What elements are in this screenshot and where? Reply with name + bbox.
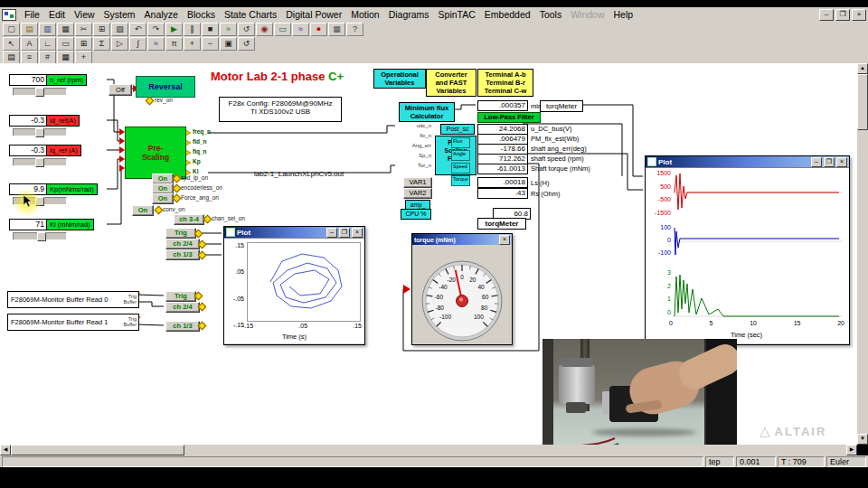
toolbar-icon[interactable]: # — [39, 51, 56, 64]
toolbar-icon[interactable]: ● — [310, 23, 327, 36]
toolbar-icon[interactable]: ≡ — [21, 51, 38, 64]
maximize-icon[interactable]: ❐ — [339, 228, 350, 238]
gauge-titlebar[interactable]: torque (mNm) × — [412, 234, 512, 245]
menu-item[interactable]: File — [20, 8, 44, 21]
monitor-buffer-read0-block[interactable]: F28069M-Monitor Buffer Read 0 Trig Buffe… — [7, 291, 139, 308]
menu-item[interactable]: Blocks — [183, 8, 220, 21]
toolbar-icon[interactable]: ▤ — [21, 23, 38, 36]
pre-scaling-block[interactable]: Pre- Scaling — [125, 127, 186, 179]
xy-plot-titlebar[interactable]: Plot – ❐ × — [224, 227, 364, 238]
slider-thumb[interactable] — [35, 88, 44, 97]
toolbar-icon[interactable]: ▤ — [3, 51, 20, 64]
toolbar-icon[interactable]: ▶ — [165, 23, 183, 36]
toolbar-icon[interactable]: ∫ — [129, 37, 146, 51]
slider-track[interactable] — [13, 158, 67, 166]
post-sc-block[interactable]: Post_sc — [440, 124, 475, 135]
menu-item[interactable]: Analyze — [140, 8, 183, 21]
slider-track[interactable] — [13, 88, 67, 96]
trig-button-top[interactable]: Trig — [165, 228, 196, 239]
toolbar-icon[interactable]: ↖ — [3, 37, 20, 51]
minimize-icon[interactable]: – — [811, 157, 822, 167]
toolbar-icon[interactable]: ⊞ — [93, 23, 110, 36]
ch13-button-bottom[interactable]: ch 1/3 — [165, 321, 200, 332]
toolbar-icon[interactable]: ? — [346, 23, 363, 36]
legend-converter-fast[interactable]: Converterand FASTVariables — [426, 69, 476, 97]
menu-item[interactable]: Motion — [346, 8, 384, 21]
toolbar-icon[interactable]: ↺ — [238, 37, 255, 51]
xy-plot-window[interactable]: Plot – ❐ × .15.05-.05-.15 -.15.05.15 — [223, 226, 365, 345]
scope-plot-titlebar[interactable]: Plot – ❐ × — [646, 156, 849, 167]
menu-item[interactable]: Tools — [535, 8, 567, 21]
menu-item[interactable]: View — [70, 8, 99, 21]
var1-button[interactable]: VAR1 — [403, 177, 432, 188]
slider-track[interactable] — [13, 232, 67, 240]
menu-item[interactable]: Digital Power — [281, 8, 346, 21]
scroll-right-icon[interactable]: ▶ — [846, 445, 857, 455]
minimum-flux-calculator-block[interactable]: Minimum fluxCalculator — [399, 102, 455, 122]
toolbar-icon[interactable]: + — [75, 51, 92, 64]
low-pass-filter-block[interactable]: Low-Pass Filter — [477, 112, 541, 123]
close-icon[interactable]: × — [499, 235, 510, 245]
toolbar-icon[interactable]: ↷ — [147, 23, 165, 36]
vertical-scrollbar[interactable]: ▲ ▼ — [857, 63, 868, 445]
ch13-button-top[interactable]: ch 1/3 — [165, 249, 200, 260]
diagram-canvas[interactable]: 700n_ref (rpm) -0.3id_ref(A) -0.3iq_ref … — [0, 63, 857, 445]
scope-plot-window[interactable]: Plot – ❐ × 1500500-500-1500 1000-100 321… — [645, 155, 850, 345]
toolbar-icon[interactable]: ✂ — [75, 23, 92, 36]
toolbar-icon[interactable]: ↺ — [238, 23, 255, 36]
toolbar-icon[interactable]: ▣ — [220, 37, 237, 51]
monitor-buffer-read1-block[interactable]: F28069M-Monitor Buffer Read 1 Trig Buffe… — [7, 314, 139, 331]
target-config-block[interactable]: F28x Config: F28069M@90MHz TI XDS100v2 U… — [219, 97, 342, 122]
conv-on-button[interactable]: On — [132, 205, 154, 216]
toolbar-icon[interactable]: ▭ — [274, 23, 291, 36]
off-button[interactable]: Off — [108, 84, 132, 96]
menu-item[interactable]: SpinTAC — [434, 8, 480, 21]
force-ang-on-button[interactable]: On — [152, 193, 174, 204]
vertical-scroll-thumb[interactable] — [857, 74, 868, 130]
toolbar-icon[interactable]: ▨ — [111, 23, 128, 36]
legend-operational-variables[interactable]: OperationalVariables — [373, 69, 426, 89]
menu-item[interactable]: Diagrams — [384, 8, 434, 21]
toolbar-icon[interactable]: ≈ — [147, 37, 165, 51]
maximize-icon[interactable]: ❐ — [835, 9, 850, 21]
ch24-button-top[interactable]: ch 2/4 — [165, 239, 200, 249]
toolbar-icon[interactable]: ▦ — [57, 51, 74, 64]
toolbar-icon[interactable]: ▢ — [3, 23, 20, 36]
toolbar-icon[interactable]: ▦ — [57, 23, 74, 36]
toolbar-icon[interactable]: Σ — [93, 37, 110, 51]
slider-thumb[interactable] — [37, 232, 46, 241]
close-icon[interactable]: × — [836, 157, 847, 167]
minimize-icon[interactable]: – — [819, 9, 834, 21]
toolbar-icon[interactable]: ▷ — [111, 37, 128, 51]
menu-item[interactable]: Window — [566, 8, 609, 21]
var2-button[interactable]: VAR2 — [403, 188, 432, 199]
torqmeter-probe-block[interactable]: torqMeter — [540, 100, 583, 112]
close-icon[interactable]: × — [852, 9, 866, 21]
ch24-button-bottom[interactable]: ch 2/4 — [165, 302, 200, 313]
scroll-up-icon[interactable]: ▲ — [857, 63, 868, 74]
toolbar-icon[interactable]: ▭ — [57, 37, 74, 51]
menu-item[interactable]: Embedded — [480, 8, 535, 21]
scroll-left-icon[interactable]: ◀ — [0, 445, 11, 455]
toolbar-icon[interactable]: ▥ — [39, 23, 56, 36]
toolbar-icon[interactable]: » — [220, 23, 237, 36]
toolbar-icon[interactable]: ∥ — [184, 23, 201, 36]
toolbar-icon[interactable]: ◉ — [256, 23, 273, 36]
toolbar-icon[interactable]: ■ — [202, 23, 219, 36]
toolbar-icon[interactable]: A — [21, 37, 38, 51]
torqmeter-button[interactable]: torqMeter — [477, 218, 526, 230]
toolbar-icon[interactable]: ⊞ — [75, 37, 92, 51]
menu-item[interactable]: State Charts — [220, 8, 281, 21]
torque-gauge-window[interactable]: torque (mNm) × -100-80-60-40-20020406080… — [411, 233, 513, 345]
toolbar-icon[interactable]: ≈ — [292, 23, 309, 36]
legend-terminals[interactable]: Terminal A-bTerminal B-rTerminal C-w — [477, 69, 533, 97]
close-icon[interactable]: × — [352, 228, 363, 238]
horizontal-scrollbar[interactable]: ◀ ▶ — [0, 445, 857, 455]
menu-item[interactable]: System — [99, 8, 140, 21]
trig-button-bottom[interactable]: Trig — [165, 291, 196, 302]
menu-item[interactable]: Help — [609, 8, 638, 21]
menu-item[interactable]: Edit — [44, 8, 70, 21]
slider-thumb[interactable] — [35, 128, 44, 137]
minimize-icon[interactable]: – — [326, 228, 337, 238]
toolbar-icon[interactable]: ▦ — [328, 23, 345, 36]
